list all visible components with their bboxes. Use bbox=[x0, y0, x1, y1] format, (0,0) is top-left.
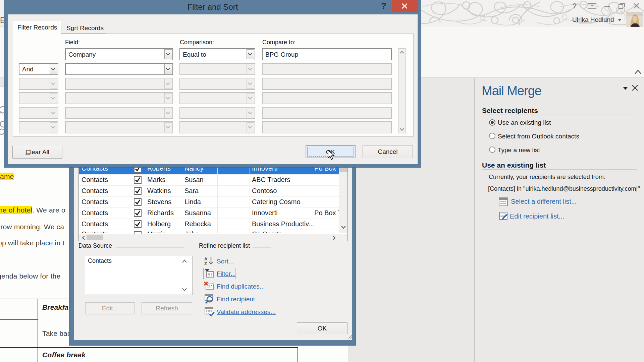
svg-text:Z: Z bbox=[204, 261, 207, 266]
svg-text:A: A bbox=[204, 256, 208, 261]
